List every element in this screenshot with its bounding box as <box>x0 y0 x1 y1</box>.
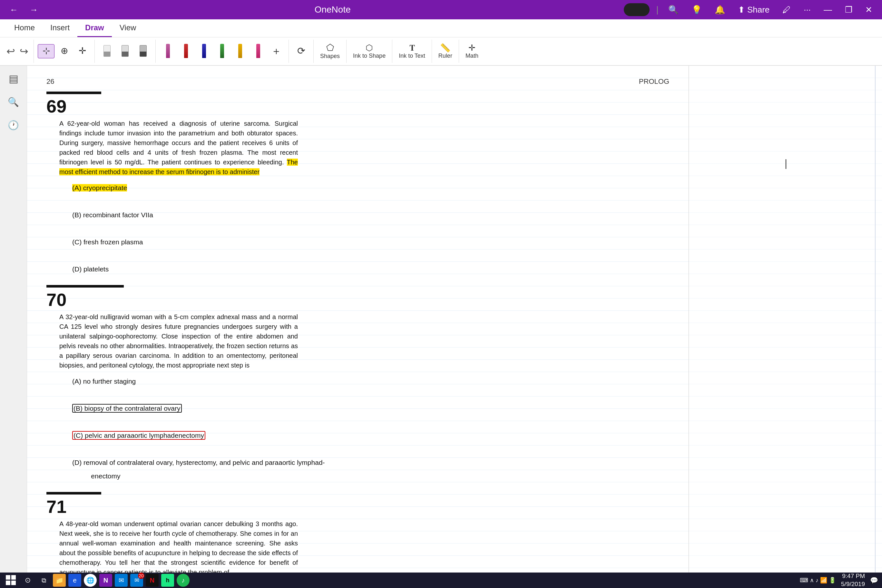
ruler-group: 📏 Ruler <box>436 40 459 63</box>
math-icon: ✛ <box>468 44 476 52</box>
app-title: OneNote <box>41 4 624 15</box>
pen-purple-icon <box>166 44 170 58</box>
question-body-71: A 48-year-old woman underwent optimal ov… <box>59 519 298 573</box>
undo-button[interactable]: ↩ <box>5 44 16 58</box>
choice-69-a-text: (A) cryoprecipitate <box>72 184 127 192</box>
select-tool-button[interactable]: ⊹ <box>38 44 54 58</box>
ink-to-shape-group: ⬡ Ink to Shape <box>350 40 392 63</box>
taskbar-notification-center[interactable]: 💬 <box>870 576 878 584</box>
forward-button[interactable]: → <box>26 3 41 16</box>
transform-button[interactable]: ⟳ <box>293 44 309 58</box>
taskbar: ⊙ ⧉ 📁 e 🌐 N ✉ ✉ 20 N h ♪ <box>0 573 882 588</box>
svg-rect-3 <box>11 580 16 585</box>
shapes-label: Shapes <box>320 53 340 60</box>
ink-to-text-button[interactable]: 𝐓 Ink to Text <box>396 42 428 61</box>
taskbar-explorer[interactable]: 📁 <box>53 574 66 587</box>
taskbar-task-view[interactable]: ⧉ <box>38 574 50 587</box>
question-71: 71 A 48-year-old woman underwent optimal… <box>46 492 669 573</box>
pen-purple-button[interactable] <box>160 42 176 61</box>
pen-yellow-icon <box>238 44 242 58</box>
taskbar-left: ⊙ ⧉ 📁 e 🌐 N ✉ ✉ 20 N h ♪ <box>4 573 189 587</box>
restore-button[interactable]: ❐ <box>842 3 856 16</box>
pen-pink-icon <box>256 44 260 58</box>
ink-to-text-group: 𝐓 Ink to Text <box>396 40 432 63</box>
share-button[interactable]: ⬆ Share <box>735 3 773 16</box>
ink-to-shape-icon: ⬡ <box>366 44 373 52</box>
taskbar-edge[interactable]: e <box>68 574 81 587</box>
transform-icon: ⟳ <box>297 46 305 56</box>
eraser1-button[interactable] <box>99 43 116 59</box>
tab-home[interactable]: Home <box>6 20 42 37</box>
pen-red-icon <box>184 44 188 58</box>
back-button[interactable]: ← <box>6 3 21 16</box>
text-cursor <box>786 159 786 169</box>
pen-button[interactable]: 🖊 <box>779 3 794 16</box>
cursor-icon: ⊹ <box>42 46 50 56</box>
pen-yellow-button[interactable] <box>232 42 249 61</box>
math-button[interactable]: ✛ Math <box>463 42 481 61</box>
taskbar-date: 5/9/2019 <box>841 580 865 588</box>
windows-start-button[interactable] <box>4 573 18 587</box>
search-toolbar-button[interactable]: 🔍 <box>665 3 682 16</box>
ruler-label: Ruler <box>438 52 452 59</box>
taskbar-netflix[interactable]: N <box>146 574 159 587</box>
taskbar-mail[interactable]: ✉ 20 <box>130 574 143 587</box>
window-control-buttons: | 🔍 💡 🔔 ⬆ Share 🖊 ··· — ❐ ✕ <box>624 3 876 16</box>
pen-green-button[interactable] <box>214 42 231 61</box>
eraser-group <box>99 40 156 63</box>
choice-70-c-circled: (C) pelvic and paraaortic lymphadenectom… <box>72 431 206 440</box>
user-avatar[interactable] <box>624 3 650 16</box>
choices-69: (A) cryoprecipitate (B) recombinant fact… <box>72 181 669 276</box>
notification-button[interactable]: 🔔 <box>711 3 728 16</box>
add-pen-button[interactable]: ＋ <box>268 44 285 58</box>
pen-red-button[interactable] <box>178 42 194 61</box>
math-label: Math <box>465 52 478 59</box>
choices-70: (A) no further staging (B) biopsy of the… <box>72 375 669 483</box>
taskbar-time: 9:47 PM <box>841 572 865 580</box>
lasso-tool-button[interactable]: ⊕ <box>56 45 72 58</box>
sidebar-icon-recent[interactable]: 🕐 <box>6 117 21 133</box>
ink-to-shape-label: Ink to Shape <box>353 52 386 59</box>
pen-pink-button[interactable] <box>250 42 267 61</box>
eraser3-button[interactable] <box>135 43 152 59</box>
math-group: ✛ Math <box>463 40 485 63</box>
eraser2-button[interactable] <box>117 43 134 59</box>
taskbar-spotify[interactable]: ♪ <box>177 574 189 587</box>
question-69: 69 A 62-year-old woman has received a di… <box>46 92 669 276</box>
sidebar-icon-search[interactable]: 🔍 <box>6 94 21 110</box>
choice-70-d: (D) removal of contralateral ovary, hyst… <box>72 456 669 483</box>
tab-view[interactable]: View <box>112 20 144 37</box>
tab-draw[interactable]: Draw <box>77 20 112 37</box>
minimize-button[interactable]: — <box>820 3 835 16</box>
choice-69-a: (A) cryoprecipitate <box>72 181 669 195</box>
ruler-icon: 📏 <box>440 44 450 52</box>
pen-green-icon <box>220 44 224 58</box>
taskbar-hulu[interactable]: h <box>161 574 174 587</box>
main-layout: ▤ 🔍 🕐 26 PROLOG 69 A 62-year-old woman h… <box>0 66 882 573</box>
close-button[interactable]: ✕ <box>862 3 876 16</box>
separator: | <box>656 4 658 15</box>
shapes-button[interactable]: ⬠ Shapes <box>318 41 342 62</box>
taskbar-onenote[interactable]: N <box>99 574 112 587</box>
pen-blue-button[interactable] <box>196 42 213 61</box>
question-70: 70 A 32-year-old nulligravid woman with … <box>46 285 669 483</box>
choice-70-c: (C) pelvic and paraaortic lymphadenectom… <box>72 429 669 442</box>
lightbulb-button[interactable]: 💡 <box>688 3 705 16</box>
question-number-71: 71 <box>46 498 669 516</box>
taskbar-datetime[interactable]: 9:47 PM 5/9/2019 <box>841 572 865 588</box>
ink-to-shape-button[interactable]: ⬡ Ink to Shape <box>350 42 388 61</box>
taskbar-chrome[interactable]: 🌐 <box>84 574 97 587</box>
ruler-button[interactable]: 📏 Ruler <box>436 42 455 61</box>
section-name: PROLOG <box>639 77 669 86</box>
redo-button[interactable]: ↪ <box>18 44 30 58</box>
sidebar-icon-notebooks[interactable]: ▤ <box>6 71 21 86</box>
move-tool-button[interactable]: ✛ <box>74 45 91 58</box>
lasso-icon: ⊕ <box>61 46 68 56</box>
more-button[interactable]: ··· <box>801 3 814 16</box>
pen-blue-icon <box>202 44 206 58</box>
page-content: 26 PROLOG 69 A 62-year-old woman has rec… <box>27 66 688 573</box>
taskbar-outlook[interactable]: ✉ <box>115 574 128 587</box>
tab-insert[interactable]: Insert <box>42 20 77 37</box>
taskbar-cortana[interactable]: ⊙ <box>21 573 35 587</box>
taskbar-system-icons[interactable]: ⌨ ∧ ♪ 📶 🔋 <box>800 577 836 584</box>
